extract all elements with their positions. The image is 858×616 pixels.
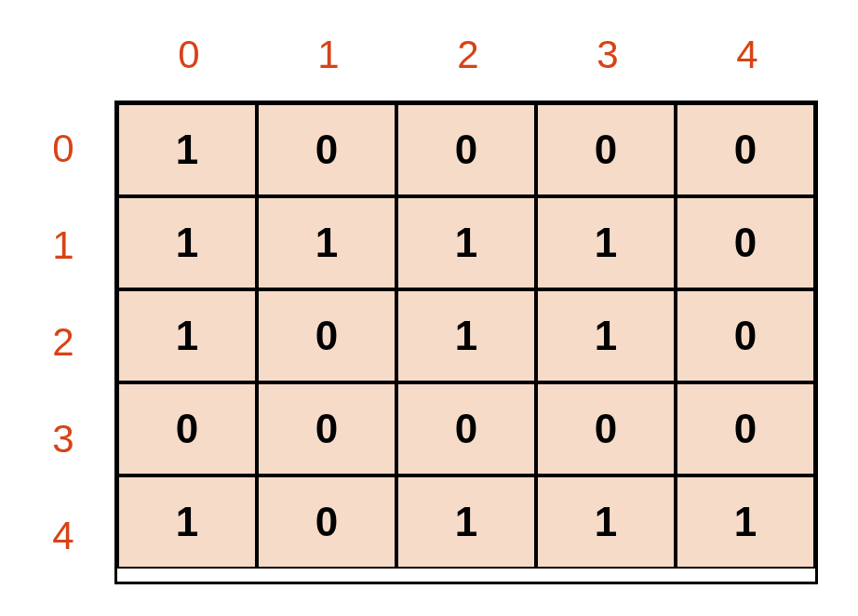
cell-4-2: 1 <box>396 475 536 569</box>
column-headers: 0 1 2 3 4 <box>40 33 817 77</box>
grid-row-2: 1 0 1 1 0 <box>117 289 815 382</box>
cell-3-2: 0 <box>396 382 536 475</box>
cell-0-1: 0 <box>257 103 396 196</box>
cell-0-2: 0 <box>396 103 536 196</box>
cell-0-4: 0 <box>676 103 815 196</box>
row-header-4: 4 <box>40 488 87 584</box>
col-header-1: 1 <box>259 33 398 77</box>
matrix-diagram: 0 1 2 3 4 0 1 2 3 4 1 0 0 0 0 1 1 1 1 <box>40 33 818 584</box>
cell-4-1: 0 <box>257 475 396 569</box>
row-headers: 0 1 2 3 4 <box>40 100 87 584</box>
cell-0-0: 1 <box>117 103 257 196</box>
matrix-grid: 1 0 0 0 0 1 1 1 1 0 1 0 1 1 0 0 <box>114 100 818 584</box>
cell-2-1: 0 <box>257 289 396 382</box>
row-header-1: 1 <box>40 197 87 294</box>
cell-2-2: 1 <box>396 289 536 382</box>
cell-3-0: 0 <box>117 382 257 475</box>
cell-1-4: 0 <box>676 196 815 289</box>
grid-row-3: 0 0 0 0 0 <box>117 382 815 475</box>
cell-2-4: 0 <box>676 289 815 382</box>
cell-1-3: 1 <box>536 196 676 289</box>
cell-4-0: 1 <box>117 475 257 569</box>
col-header-0: 0 <box>119 33 259 77</box>
cell-1-0: 1 <box>117 196 257 289</box>
cell-4-4: 1 <box>676 475 815 569</box>
table-wrapper: 0 1 2 3 4 1 0 0 0 0 1 1 1 1 0 1 0 <box>40 100 818 584</box>
grid-row-1: 1 1 1 1 0 <box>117 196 815 289</box>
cell-2-0: 1 <box>117 289 257 382</box>
cell-3-1: 0 <box>257 382 396 475</box>
cell-1-2: 1 <box>396 196 536 289</box>
row-header-2: 2 <box>40 294 87 391</box>
cell-2-3: 1 <box>536 289 676 382</box>
grid-row-0: 1 0 0 0 0 <box>117 103 815 196</box>
col-header-3: 3 <box>538 33 677 77</box>
cell-1-1: 1 <box>257 196 396 289</box>
row-header-0: 0 <box>40 100 87 197</box>
cell-3-4: 0 <box>676 382 815 475</box>
cell-3-3: 0 <box>536 382 676 475</box>
col-header-2: 2 <box>398 33 538 77</box>
col-header-4: 4 <box>677 33 817 77</box>
grid-row-4: 1 0 1 1 1 <box>117 475 815 569</box>
cell-0-3: 0 <box>536 103 676 196</box>
row-header-3: 3 <box>40 391 87 488</box>
cell-4-3: 1 <box>536 475 676 569</box>
